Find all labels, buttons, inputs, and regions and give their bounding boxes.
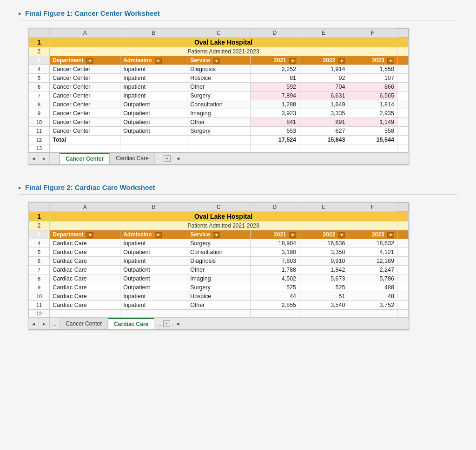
data-scroll-11-2 xyxy=(397,301,408,310)
scroll-left-1[interactable]: ◄ xyxy=(176,156,181,161)
row-num-8-2: 8 xyxy=(29,274,50,283)
tab-nav-left-1[interactable]: ◄ xyxy=(28,153,39,164)
filter-admission-2[interactable]: Admission ▼ xyxy=(120,230,187,239)
row-num-10-1: 10 xyxy=(29,118,50,127)
tab-nav-dots-1[interactable]: ... xyxy=(50,153,60,164)
data-scroll-5-1 xyxy=(397,74,408,83)
y2022-filter-btn-1[interactable]: ▼ xyxy=(338,58,345,64)
table-row: 7 Cardiac Care Outpatient Other 1,788 1,… xyxy=(29,266,409,274)
tab-nav-dots-2[interactable]: ... xyxy=(50,318,60,329)
service-filter-btn-2[interactable]: ▼ xyxy=(213,232,220,238)
filter-admission-1[interactable]: Admission ▼ xyxy=(120,56,187,65)
tab-cancer-center-2[interactable]: Cancer Center xyxy=(60,318,108,329)
table-row: 5 Cardiac Care Outpatient Consultation 3… xyxy=(29,248,409,257)
tab-colon-1: : xyxy=(172,156,174,161)
col-header-b-1: B xyxy=(120,29,187,38)
y2023-filter-btn-2[interactable]: ▼ xyxy=(387,232,394,238)
filter-2021-1[interactable]: 2021 ▼ xyxy=(250,56,299,65)
col-header-c-2: C xyxy=(187,203,251,212)
row-num-12-1: 12 xyxy=(29,136,50,144)
corner-cell-2 xyxy=(29,203,50,212)
filter-service-1[interactable]: Service ▼ xyxy=(187,56,251,65)
data-scroll-8-1 xyxy=(397,100,408,109)
row-num-13-1: 13 xyxy=(29,144,50,152)
admission-filter-btn-2[interactable]: ▼ xyxy=(155,232,162,238)
subtitle-scroll-2 xyxy=(397,222,408,230)
admission-filter-btn-1[interactable]: ▼ xyxy=(155,58,162,64)
filter-2022-2[interactable]: 2022 ▼ xyxy=(299,230,348,239)
title-scroll-2 xyxy=(397,212,408,222)
tab-extras-2: ... + : ◄ xyxy=(154,320,183,327)
filter-dept-2[interactable]: Department ▼ xyxy=(50,230,120,239)
tab-cancer-center-label-1: Cancer Center xyxy=(66,156,104,162)
table-row: 11 Cancer Center Outpatient Surgery 653 … xyxy=(29,127,409,136)
add-sheet-btn-1[interactable]: + xyxy=(164,155,170,162)
tab-cardiac-care-2[interactable]: Cardiac Care xyxy=(108,318,154,329)
figure1-header: ▸ Final Figure 1: Cancer Center Workshee… xyxy=(19,9,457,20)
filter-dept-1[interactable]: Department ▼ xyxy=(50,56,120,65)
data-scroll-9-1 xyxy=(397,109,408,118)
tab-cancer-center-1[interactable]: Cancer Center xyxy=(60,153,110,164)
y2021-filter-btn-2[interactable]: ▼ xyxy=(289,232,296,238)
filter-scroll-1 xyxy=(397,56,408,65)
table-row: 5 Cancer Center Inpatient Hospice 81 92 … xyxy=(29,74,409,83)
y2022-filter-btn-2[interactable]: ▼ xyxy=(338,232,345,238)
scroll-left-2[interactable]: ◄ xyxy=(175,321,180,326)
total-row-1: 12 Total 17,524 15,843 15,544 xyxy=(29,136,409,144)
row-num-6-2: 6 xyxy=(29,257,50,266)
filter-2023-2[interactable]: 2023 ▼ xyxy=(348,230,397,239)
tab-bar-1: ◄ ► ... Cancer Center Cardiac Care ... +… xyxy=(28,152,409,164)
total-scroll-1 xyxy=(397,136,408,144)
figure1-section: ▸ Final Figure 1: Cancer Center Workshee… xyxy=(19,9,457,165)
row-num-3-2: 3 xyxy=(29,230,50,239)
row-num-6-1: 6 xyxy=(29,83,50,91)
figure2-bullet: ▸ xyxy=(19,184,21,191)
corner-cell-1 xyxy=(29,29,50,38)
filter-header-row-1: 3 Department ▼ Admission ▼ Service ▼ 202… xyxy=(29,56,409,65)
tab-nav-right-1[interactable]: ► xyxy=(39,153,50,164)
row-num-5-2: 5 xyxy=(29,248,50,257)
tab-cardiac-care-label-1: Cardiac Care xyxy=(116,155,149,162)
row-num-3-1: 3 xyxy=(29,56,50,65)
filter-service-2[interactable]: Service ▼ xyxy=(187,230,251,239)
data-scroll-8-2 xyxy=(397,274,408,283)
filter-2023-1[interactable]: 2023 ▼ xyxy=(348,56,397,65)
data-scroll-7-2 xyxy=(397,266,408,274)
col-header-row-1: A B C D E F xyxy=(29,29,409,38)
hospital-name-1: Oval Lake Hospital xyxy=(50,38,397,47)
y2021-filter-btn-1[interactable]: ▼ xyxy=(289,58,296,64)
table-row: 8 Cancer Center Outpatient Consultation … xyxy=(29,100,409,109)
service-filter-btn-1[interactable]: ▼ xyxy=(213,58,220,64)
dept-filter-btn-1[interactable]: ▼ xyxy=(86,58,93,64)
tab-nav-left-2[interactable]: ◄ xyxy=(28,318,39,329)
add-sheet-btn-2[interactable]: + xyxy=(163,320,170,327)
subtitle-1: Patients Admitted 2021-2023 xyxy=(50,47,397,56)
table-row: 4 Cancer Center Inpatient Diagnosis 2,25… xyxy=(29,65,409,74)
figure2-header: ▸ Final Figure 2: Cardiac Care Worksheet xyxy=(19,183,457,195)
filter-2021-2[interactable]: 2021 ▼ xyxy=(250,230,299,239)
subtitle-row-1: 2 Patients Admitted 2021-2023 xyxy=(29,47,409,56)
data-scroll-4-1 xyxy=(397,65,408,74)
tab-cardiac-care-1[interactable]: Cardiac Care xyxy=(110,153,155,164)
col-header-c-1: C xyxy=(187,29,251,38)
table-row: 10 Cardiac Care Inpatient Hospice 44 51 … xyxy=(29,292,409,301)
filter-header-row-2: 3 Department ▼ Admission ▼ Service ▼ 202… xyxy=(29,230,409,239)
subtitle-2: Patients Admitted 2021-2023 xyxy=(50,222,397,230)
data-scroll-10-1 xyxy=(397,118,408,127)
tab-nav-right-2[interactable]: ► xyxy=(39,318,50,329)
table-row: 8 Cardiac Care Outpatient Imaging 4,502 … xyxy=(29,274,409,283)
table-row: 6 Cardiac Care Inpatient Diagnosis 7,803… xyxy=(29,257,409,266)
tab-dots-extra-2[interactable]: ... xyxy=(157,321,161,326)
scroll-col-header-2 xyxy=(397,203,408,212)
dept-filter-btn-2[interactable]: ▼ xyxy=(86,232,93,238)
empty-scroll-12-2 xyxy=(397,310,408,318)
y2023-filter-btn-1[interactable]: ▼ xyxy=(387,58,394,64)
col-header-a-1: A xyxy=(50,29,120,38)
row-num-9-1: 9 xyxy=(29,109,50,118)
figure2-title: Final Figure 2: Cardiac Care Worksheet xyxy=(25,183,155,191)
row-num-11-1: 11 xyxy=(29,127,50,136)
tab-dots-extra-1[interactable]: ... xyxy=(158,156,162,161)
col-header-f-2: F xyxy=(348,203,397,212)
row-num-11-2: 11 xyxy=(29,301,50,310)
filter-2022-1[interactable]: 2022 ▼ xyxy=(299,56,348,65)
